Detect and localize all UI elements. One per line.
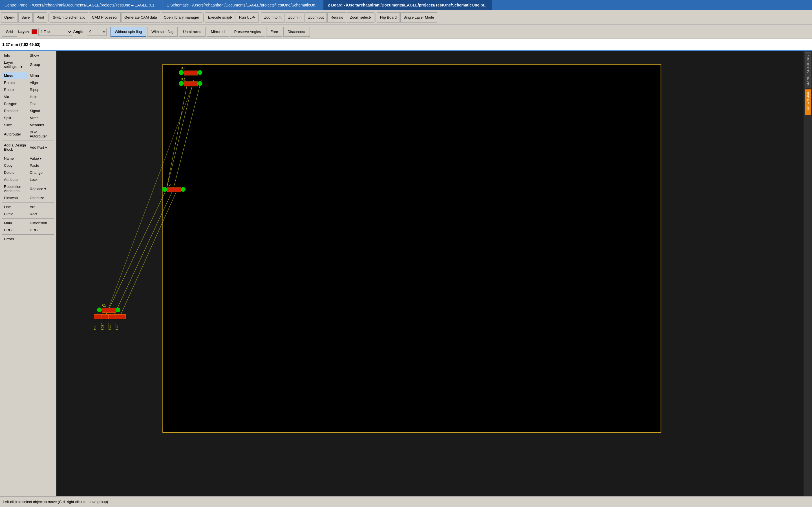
sidebar-divider-5 bbox=[2, 218, 54, 219]
sidebar-item-delete[interactable]: Delete bbox=[2, 169, 28, 176]
angle-dropdown[interactable]: 0 90 180 270 bbox=[87, 28, 107, 36]
sidebar-item-autorouter[interactable]: Autorouter bbox=[2, 131, 28, 137]
tab-schematic[interactable]: 1 Schematic - /Users/rehaanirani/Documen… bbox=[162, 0, 323, 10]
tab-board[interactable]: 2 Board - /Users/rehaanirani/Documents/E… bbox=[323, 0, 492, 10]
grid-button[interactable]: Grid bbox=[2, 27, 17, 37]
sidebar-item-paste[interactable]: Paste bbox=[28, 162, 54, 169]
zoom-fit-button[interactable]: Zoom to fit bbox=[261, 12, 285, 22]
open-lib-button[interactable]: Open library manager bbox=[161, 12, 202, 22]
sidebar-item-drc[interactable]: DRC bbox=[28, 227, 54, 233]
preserve-angles-button[interactable]: Preserve Angles bbox=[230, 27, 265, 37]
svg-rect-17 bbox=[167, 187, 181, 192]
command-input[interactable] bbox=[50, 39, 810, 50]
sidebar-item-align[interactable]: Align bbox=[28, 79, 54, 86]
sidebar-divider-1 bbox=[2, 71, 54, 71]
sidebar-item-add-part[interactable]: Add Part ▾ bbox=[28, 144, 54, 151]
sidebar-item-attribute[interactable]: Attribute bbox=[2, 176, 28, 183]
sidebar-item-value[interactable]: Value ▾ bbox=[28, 155, 54, 162]
sidebar-item-via[interactable]: Via bbox=[2, 94, 28, 100]
redraw-button[interactable]: Redraw bbox=[327, 12, 346, 22]
svg-line-2 bbox=[173, 80, 201, 189]
svg-rect-26 bbox=[101, 314, 111, 319]
sidebar-item-mirror[interactable]: Mirror bbox=[28, 72, 54, 79]
sidebar-item-slice[interactable]: Slice bbox=[2, 122, 28, 128]
sidebar-item-hole[interactable]: Hole bbox=[28, 94, 54, 100]
disconnect-button[interactable]: Disconnect bbox=[283, 27, 310, 37]
sidebar-row-copy: Copy Paste bbox=[0, 162, 56, 169]
svg-line-1 bbox=[166, 80, 193, 189]
sidebar-row-erc: ERC DRC bbox=[0, 226, 56, 233]
sidebar-item-info[interactable]: Info bbox=[2, 52, 28, 59]
sidebar-item-miter[interactable]: Miter bbox=[28, 115, 54, 121]
sidebar-row-move: Move Mirror bbox=[0, 72, 56, 79]
sidebar-item-route[interactable]: Route bbox=[2, 87, 28, 93]
sidebar-row-mark: Mark Dimension bbox=[0, 219, 56, 226]
canvas-area[interactable]: R4 R3 R2 R1 LED4 LED3 LED2 bbox=[56, 51, 804, 496]
svg-rect-30 bbox=[116, 314, 125, 319]
svg-text:R3: R3 bbox=[181, 77, 186, 82]
unmirrored-button[interactable]: Unmirrored bbox=[179, 27, 206, 37]
sidebar-item-lock[interactable]: Lock bbox=[28, 176, 54, 183]
sidebar-item-pinswap[interactable]: Pinswap bbox=[2, 194, 28, 201]
sidebar-item-copy[interactable]: Copy bbox=[2, 162, 28, 169]
sidebar-item-name[interactable]: Name bbox=[2, 155, 28, 162]
tab-control-panel[interactable]: Control Panel - /Users/rehaanirani/Docum… bbox=[0, 0, 162, 10]
sidebar-divider-2 bbox=[2, 140, 54, 141]
sidebar-item-meander[interactable]: Meander bbox=[28, 122, 54, 128]
svg-line-6 bbox=[120, 191, 176, 317]
sidebar-item-mark[interactable]: Mark bbox=[2, 220, 28, 226]
run-ulp-button[interactable]: Run ULP bbox=[236, 12, 259, 22]
board-canvas: R4 R3 R2 R1 LED4 LED3 LED2 bbox=[56, 51, 804, 496]
sidebar-item-bga-autorouter[interactable]: BGA Autorouter bbox=[28, 129, 54, 139]
sidebar-item-dimension[interactable]: Dimension bbox=[28, 220, 54, 226]
sidebar-item-ratsnest[interactable]: Ratsnest bbox=[2, 108, 28, 114]
sidebar-item-change[interactable]: Change bbox=[28, 169, 54, 176]
sidebar-item-erc[interactable]: ERC bbox=[2, 227, 28, 233]
sidebar-item-rect[interactable]: Rect bbox=[28, 211, 54, 217]
right-tab-manufacturing[interactable]: MANUFACTURING bbox=[805, 52, 811, 88]
zoom-in-button[interactable]: Zoom in bbox=[285, 12, 305, 22]
zoom-select-button[interactable]: Zoom select bbox=[347, 12, 374, 22]
sidebar-item-errors[interactable]: Errors bbox=[2, 236, 54, 242]
sidebar-item-ripup[interactable]: Ripup bbox=[28, 87, 54, 93]
save-button[interactable]: Save bbox=[18, 12, 33, 22]
sidebar-row-line: Line Arc bbox=[0, 203, 56, 210]
mirrored-button[interactable]: Mirrored bbox=[207, 27, 229, 37]
sidebar-row-circle: Circle Rect bbox=[0, 210, 56, 217]
sidebar-item-layer-settings[interactable]: Layer settings... ▾ bbox=[2, 59, 28, 70]
switch-schematic-button[interactable]: Switch to schematic bbox=[50, 12, 88, 22]
sidebar-item-rotate[interactable]: Rotate bbox=[2, 79, 28, 86]
execute-script-button[interactable]: Execute script bbox=[205, 12, 236, 22]
sidebar-item-add-design-block[interactable]: Add a Design Block bbox=[2, 142, 28, 153]
sidebar-divider-6 bbox=[2, 234, 54, 235]
sidebar-item-split[interactable]: Split bbox=[2, 115, 28, 121]
right-tab-fusion360[interactable]: FUSION 360 bbox=[805, 89, 811, 115]
sidebar-row-pinswap: Pinswap Optimize bbox=[0, 194, 56, 202]
open-button[interactable]: Open bbox=[1, 12, 18, 22]
with-spin-button[interactable]: With spin flag bbox=[147, 27, 177, 37]
sidebar-item-move[interactable]: Move bbox=[2, 72, 28, 79]
sidebar-item-group[interactable]: Group bbox=[28, 61, 54, 68]
svg-text:R4: R4 bbox=[181, 66, 186, 71]
sidebar-item-line[interactable]: Line bbox=[2, 204, 28, 210]
sidebar-item-arc[interactable]: Arc bbox=[28, 204, 54, 210]
sidebar-item-text[interactable]: Text bbox=[28, 101, 54, 107]
layer-dropdown[interactable]: 1 Top 16 Bottom 17 Pads 18 Vias 20 Dimen… bbox=[38, 28, 72, 36]
flip-board-button[interactable]: Flip Board bbox=[377, 12, 400, 22]
generate-cam-button[interactable]: Generate CAM data bbox=[121, 12, 160, 22]
sidebar-item-signal[interactable]: Signal bbox=[28, 108, 54, 114]
without-spin-button[interactable]: Without spin flag bbox=[110, 27, 146, 37]
sidebar-row-route: Route Ripup bbox=[0, 86, 56, 93]
free-button[interactable]: Free bbox=[266, 27, 282, 37]
sidebar-item-polygon[interactable]: Polygon bbox=[2, 101, 28, 107]
sidebar-item-optimize[interactable]: Optimize bbox=[28, 194, 54, 201]
single-layer-button[interactable]: Single Layer Mode bbox=[400, 12, 437, 22]
cam-processor-button[interactable]: CAM Processor bbox=[89, 12, 121, 22]
print-button[interactable]: Print bbox=[33, 12, 47, 22]
zoom-out-button[interactable]: Zoom out bbox=[305, 12, 327, 22]
sidebar-item-show[interactable]: Show bbox=[28, 52, 54, 59]
sidebar-item-reposition-attributes[interactable]: Reposition Attributes bbox=[2, 183, 28, 194]
sidebar-item-replace[interactable]: Replace ▾ bbox=[28, 186, 54, 192]
sidebar-item-circle[interactable]: Circle bbox=[2, 211, 28, 217]
angle-label: Angle: bbox=[73, 30, 85, 34]
